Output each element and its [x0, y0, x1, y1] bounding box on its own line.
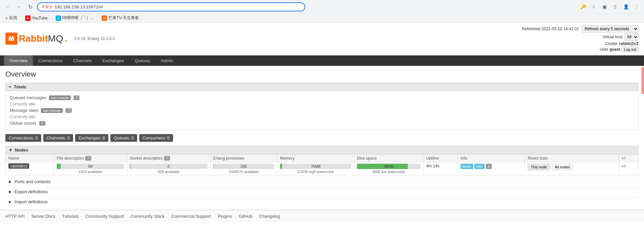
- import-header[interactable]: ► Import definitions: [5, 198, 639, 206]
- bookmark-bilibili[interactable]: B 哔哩哔哩（`·´）...: [54, 14, 95, 22]
- bilibili-label: 哔哩哔哩（`·´）...: [62, 15, 94, 21]
- address-bar: 不安全: [37, 2, 305, 11]
- url-input[interactable]: [55, 4, 301, 9]
- global-counts-row: Global counts ?: [10, 121, 634, 126]
- nodes-header[interactable]: ▼ Nodes: [5, 146, 639, 154]
- bookmarks-bar: ⌖ 应用 YouTube B 哔哩哔哩（`·´）... M 芒果TV-天生青春: [0, 13, 644, 22]
- back-button[interactable]: ←: [3, 2, 12, 11]
- bookmark-mango[interactable]: M 芒果TV-天生青春: [100, 14, 140, 22]
- forward-button[interactable]: →: [14, 2, 23, 11]
- cluster-row: Cluster rabbit@c2: [605, 41, 639, 46]
- footer-changelog[interactable]: Changelog: [259, 214, 280, 219]
- tab-exchanges[interactable]: Exchanges: [97, 55, 129, 66]
- star-icon[interactable]: ☆: [589, 2, 598, 11]
- bookmark-youtube[interactable]: YouTube: [24, 15, 49, 22]
- col-name: Name: [6, 155, 54, 162]
- nodes-arrow: ▼: [8, 148, 13, 153]
- queues-stat[interactable]: Queues: 0: [110, 134, 137, 142]
- channels-stat[interactable]: Channels: 0: [43, 134, 73, 142]
- col-socket-desc: Socket descriptors ?: [127, 155, 210, 162]
- tab-overview[interactable]: Overview: [4, 55, 33, 66]
- user-value: guest: [609, 47, 620, 52]
- disk-value: 98GB: [357, 164, 420, 169]
- refresh-select[interactable]: Refresh every 5 seconds Refresh every 10…: [582, 25, 639, 33]
- disk-cell: 98GB 8MB low watermark: [354, 162, 423, 175]
- cluster-label: Cluster: [605, 41, 618, 46]
- disk-sub: 8MB low watermark: [357, 170, 420, 174]
- col-plusminus: +/-: [619, 155, 638, 162]
- ports-header[interactable]: ► Ports and contexts: [5, 177, 639, 185]
- message-rates-help[interactable]: ?: [65, 108, 71, 113]
- erlang-bar: 326: [213, 164, 274, 169]
- socket-desc-cell: 0 829 available: [127, 162, 210, 175]
- footer-community-support[interactable]: Community Support: [85, 214, 124, 219]
- all-nodes-button[interactable]: All nodes: [552, 164, 573, 170]
- memory-bar: 75MB: [280, 164, 352, 169]
- queued-help[interactable]: ?: [73, 95, 79, 100]
- col-memory: Memory: [277, 155, 354, 162]
- queued-badge: last minute: [49, 95, 71, 100]
- import-label: Import definitions: [14, 199, 48, 204]
- tab-channels[interactable]: Channels: [68, 55, 97, 66]
- export-arrow: ►: [8, 189, 12, 194]
- export-header[interactable]: ► Export definitions: [5, 188, 639, 196]
- col-erlang: Erlang processes: [210, 155, 277, 162]
- menu-icon[interactable]: ⋮: [632, 2, 641, 11]
- ports-section: ► Ports and contexts: [5, 177, 639, 185]
- mango-icon: M: [102, 15, 107, 21]
- footer-http-api[interactable]: HTTP API: [5, 214, 25, 219]
- svg-rect-1: [9, 36, 11, 38]
- ports-label: Ports and contexts: [14, 179, 51, 184]
- totals-header[interactable]: ▼ Totals: [5, 83, 639, 91]
- footer-github[interactable]: GitHub: [239, 214, 252, 219]
- memory-cell: 75MB 3.0GB high watermark: [277, 162, 354, 175]
- logo-dot: .: [65, 33, 67, 44]
- totals-section: ▼ Totals Queued messages last minute ? C…: [5, 83, 639, 130]
- file-desc-bar: 58: [57, 164, 124, 169]
- profile-icon[interactable]: 👤: [621, 2, 631, 11]
- tab-admin[interactable]: Admin: [155, 55, 178, 66]
- footer-tutorials[interactable]: Tutorials: [62, 214, 78, 219]
- message-rates-label: Message rates: [10, 108, 38, 113]
- global-counts-help[interactable]: ?: [39, 121, 45, 126]
- tab-queues[interactable]: Queues: [129, 55, 156, 66]
- exchanges-stat[interactable]: Exchanges: 8: [75, 134, 108, 142]
- nav-tabs: Overview Connections Channels Exchanges …: [0, 55, 644, 66]
- reload-button[interactable]: ↻: [25, 2, 35, 11]
- logout-button[interactable]: Log out: [622, 47, 639, 52]
- global-counts-label: Global counts: [10, 121, 37, 126]
- nodes-label: Nodes: [15, 148, 28, 153]
- footer-server-docs[interactable]: Server Docs: [32, 214, 56, 219]
- this-node-button[interactable]: This node: [528, 164, 550, 170]
- bookmark-apps[interactable]: ⌖ 应用: [4, 14, 18, 22]
- svg-point-4: [12, 39, 13, 40]
- key-icon[interactable]: 🔑: [578, 2, 588, 11]
- totals-arrow: ▼: [8, 85, 12, 89]
- col-file-desc: File descriptors ?: [54, 155, 127, 162]
- connections-stat[interactable]: Connections: 0: [5, 134, 41, 142]
- version-info: 3.6.16 Erlang 19.3.6.4: [74, 36, 115, 41]
- app-header: RabbitMQ . 3.6.16 Erlang 19.3.6.4 Refres…: [0, 23, 644, 55]
- erlang-value: 326: [213, 164, 274, 169]
- vhost-select[interactable]: All: [624, 33, 639, 41]
- logo-section: RabbitMQ . 3.6.16 Erlang 19.3.6.4: [5, 33, 115, 45]
- plus-minus-control[interactable]: +/-: [622, 164, 627, 169]
- erlang-cell: 326 1048576 available: [210, 162, 277, 175]
- consumers-stat[interactable]: Consumers: 0: [139, 134, 173, 142]
- footer-community-slack[interactable]: Community Slack: [130, 214, 164, 219]
- uptime-value: 4m 14s: [426, 164, 439, 168]
- vhost-row: Virtual host All: [602, 33, 639, 41]
- screenshot-icon[interactable]: ▣: [600, 2, 609, 11]
- app-container: RabbitMQ . 3.6.16 Erlang 19.3.6.4 Refres…: [0, 23, 644, 224]
- footer-commercial-support[interactable]: Commercial Support: [171, 214, 211, 219]
- footer-plugins[interactable]: Plugins: [218, 214, 232, 219]
- col-reset: Reset stats: [525, 155, 619, 162]
- refresh-row: Refreshed 2021-03-10 14:41:01 Refresh ev…: [522, 25, 639, 33]
- tab-connections[interactable]: Connections: [33, 55, 68, 66]
- nodes-table: Name File descriptors ? Socket descripto…: [5, 154, 639, 175]
- page-title: Overview: [5, 70, 639, 79]
- extensions-icon[interactable]: ▯: [610, 2, 620, 11]
- rabbit-icon: [7, 35, 15, 43]
- bilibili-icon: B: [56, 15, 61, 21]
- apps-icon: ⌖: [5, 16, 8, 20]
